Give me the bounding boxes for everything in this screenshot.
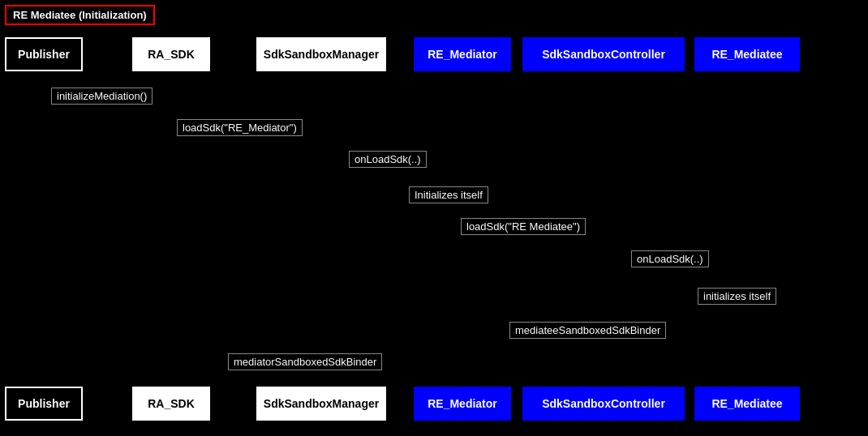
message-load-sdk-re-mediatee: loadSdk("RE Mediatee"): [461, 218, 586, 235]
actor-re-mediatee-bottom: RE_Mediatee: [694, 387, 800, 421]
message-on-load-sdk-2: onLoadSdk(..): [631, 250, 709, 267]
actor-publisher-bottom: Publisher: [5, 387, 83, 421]
actor-ra-sdk-bottom: RA_SDK: [132, 387, 210, 421]
actor-re-mediator-top: RE_Mediator: [414, 37, 511, 71]
message-initialize-mediation: initializeMediation(): [51, 88, 153, 105]
message-initializes-itself: Initializes itself: [409, 186, 488, 203]
sequence-diagram: RE Mediatee (Initialization) Publisher R…: [0, 0, 868, 436]
actor-sdksandboxcontroller-bottom: SdkSandboxController: [522, 387, 685, 421]
actor-re-mediatee-top: RE_Mediatee: [694, 37, 800, 71]
message-on-load-sdk-1: onLoadSdk(..): [349, 151, 427, 168]
actor-re-mediator-bottom: RE_Mediator: [414, 387, 511, 421]
message-mediator-sandboxed-sdk-binder: mediatorSandboxedSdkBinder: [228, 353, 382, 370]
actor-sdksandboxmanager-bottom: SdkSandboxManager: [256, 387, 386, 421]
actor-publisher-top: Publisher: [5, 37, 83, 71]
actor-sdksandboxcontroller-top: SdkSandboxController: [522, 37, 685, 71]
message-initializes-itself-2: initializes itself: [698, 288, 776, 305]
message-mediatee-sandboxed-sdk-binder: mediateeSandboxedSdkBinder: [509, 322, 666, 339]
diagram-title: RE Mediatee (Initialization): [5, 5, 155, 25]
message-load-sdk-re-mediator: loadSdk("RE_Mediator"): [177, 119, 303, 136]
actor-ra-sdk-top: RA_SDK: [132, 37, 210, 71]
actor-sdksandboxmanager-top: SdkSandboxManager: [256, 37, 386, 71]
